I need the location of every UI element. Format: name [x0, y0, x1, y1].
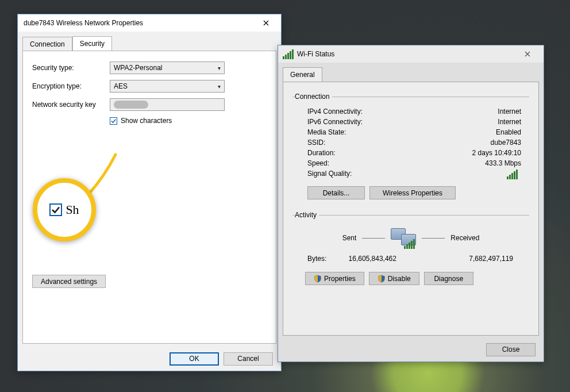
- advanced-settings-button[interactable]: Advanced settings: [32, 275, 106, 288]
- tab-bar: General: [278, 63, 544, 82]
- properties-button-label: Properties: [324, 275, 356, 283]
- security-type-value: WPA2-Personal: [114, 64, 162, 72]
- ipv6-value: Internet: [498, 118, 521, 126]
- ipv4-value: Internet: [498, 107, 521, 116]
- disable-button-label: Disable: [388, 275, 411, 283]
- ipv6-label: IPv6 Connectivity:: [307, 118, 363, 126]
- disable-button[interactable]: Disable: [369, 272, 419, 285]
- callout-text-fragment: Sh: [66, 202, 79, 217]
- show-characters-checkbox-zoom: [49, 203, 62, 216]
- bytes-received-value: 7,682,497,119: [469, 255, 513, 263]
- diagnose-button[interactable]: Diagnose: [424, 272, 473, 285]
- chevron-down-icon: ▾: [218, 65, 221, 71]
- show-characters-label: Show characters: [121, 117, 172, 125]
- media-state-label: Media State:: [307, 128, 346, 136]
- shield-icon: [314, 275, 322, 283]
- network-key-input[interactable]: [110, 98, 225, 111]
- show-characters-checkbox[interactable]: [110, 117, 117, 125]
- bytes-label: Bytes:: [307, 255, 326, 263]
- dialog-button-bar: Close: [278, 337, 544, 362]
- dialog-title: dube7843 Wireless Network Properties: [24, 19, 255, 27]
- encryption-type-combo[interactable]: AES ▾: [110, 80, 225, 93]
- titlebar[interactable]: Wi-Fi Status: [278, 45, 544, 63]
- signal-quality-label: Signal Quality:: [307, 170, 352, 179]
- ok-button[interactable]: OK: [170, 352, 219, 366]
- shield-icon: [378, 275, 386, 283]
- chevron-down-icon: ▾: [218, 83, 221, 90]
- redacted-key: [114, 101, 148, 109]
- encryption-type-label: Encryption type:: [32, 82, 110, 90]
- security-type-combo[interactable]: WPA2-Personal ▾: [110, 62, 225, 74]
- security-type-label: Security type:: [32, 64, 110, 72]
- tab-bar: Connection Security: [18, 32, 281, 51]
- media-state-value: Enabled: [496, 128, 521, 136]
- connection-legend: Connection: [295, 93, 332, 101]
- details-button[interactable]: Details...: [307, 186, 365, 199]
- tab-security[interactable]: Security: [72, 36, 112, 51]
- titlebar[interactable]: dube7843 Wireless Network Properties: [18, 14, 281, 32]
- activity-legend: Activity: [295, 211, 319, 219]
- connection-group: Connection IPv4 Connectivity:Internet IP…: [292, 93, 529, 204]
- network-key-label: Network security key: [32, 101, 110, 109]
- close-button[interactable]: Close: [486, 343, 536, 356]
- close-icon[interactable]: [516, 46, 539, 62]
- ssid-label: SSID:: [307, 139, 325, 147]
- encryption-type-value: AES: [114, 82, 128, 90]
- wireless-properties-button[interactable]: Wireless Properties: [369, 186, 456, 199]
- close-icon[interactable]: [255, 15, 278, 31]
- ssid-value: dube7843: [491, 139, 521, 147]
- ipv4-label: IPv4 Connectivity:: [307, 107, 363, 116]
- sent-label: Sent: [342, 234, 357, 242]
- speed-label: Speed:: [307, 159, 329, 167]
- properties-button[interactable]: Properties: [305, 272, 364, 285]
- duration-label: Duration:: [307, 149, 336, 157]
- dialog-title: Wi-Fi Status: [297, 50, 516, 58]
- general-tab-content: Connection IPv4 Connectivity:Internet IP…: [283, 82, 539, 336]
- signal-icon: [283, 49, 294, 59]
- signal-quality-icon: [507, 170, 518, 179]
- speed-value: 433.3 Mbps: [485, 159, 521, 167]
- cancel-button[interactable]: Cancel: [224, 352, 273, 366]
- dialog-button-bar: OK Cancel: [18, 347, 281, 371]
- wifi-status-dialog: Wi-Fi Status General Connection IPv4 Con…: [278, 45, 544, 362]
- duration-value: 2 days 10:49:10: [472, 149, 521, 157]
- callout-zoom: Sh: [33, 178, 96, 241]
- bytes-sent-value: 16,605,843,462: [349, 255, 396, 263]
- activity-group: Activity Sent Received Bytes: 16,605,843…: [292, 211, 529, 290]
- network-activity-icon: [391, 228, 416, 248]
- received-label: Received: [450, 234, 479, 242]
- tab-general[interactable]: General: [283, 67, 322, 82]
- tab-connection[interactable]: Connection: [22, 37, 72, 51]
